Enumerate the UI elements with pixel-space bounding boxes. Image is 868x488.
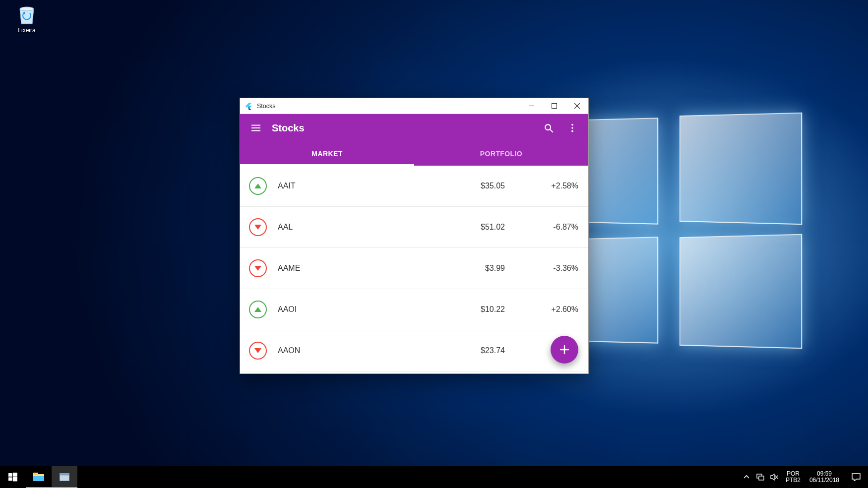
svg-rect-15	[13, 477, 17, 482]
svg-rect-12	[8, 473, 12, 477]
stock-change: +2.60%	[505, 305, 579, 314]
trend-down-icon	[249, 259, 267, 277]
stock-price: $3.99	[367, 264, 505, 273]
stock-change: +2.58%	[505, 182, 579, 190]
desktop-icon-recycle-bin[interactable]: Lixeira	[8, 4, 46, 34]
trend-up-icon	[249, 301, 267, 318]
window-title: Stocks	[257, 103, 276, 110]
app-window-icon	[60, 473, 69, 481]
svg-point-11	[571, 130, 573, 132]
window-close-button[interactable]	[565, 98, 588, 114]
stock-symbol: AAL	[278, 223, 367, 232]
notification-icon	[852, 473, 861, 481]
svg-rect-6	[552, 104, 557, 109]
app-bar: Stocks MARKET PORTFOLIO	[240, 114, 588, 166]
volume-muted-icon	[770, 474, 778, 481]
window-titlebar[interactable]: Stocks	[240, 98, 588, 114]
hamburger-icon	[250, 122, 261, 133]
svg-rect-14	[8, 478, 12, 481]
clock-date: 06/11/2018	[809, 477, 839, 484]
fab-add-button[interactable]	[551, 336, 578, 364]
stock-price: $35.05	[367, 182, 505, 190]
stock-change: -3.36%	[505, 264, 579, 273]
network-icon	[756, 474, 764, 481]
stock-symbol: AAOI	[278, 305, 367, 314]
stock-symbol: AAON	[278, 346, 367, 355]
svg-point-9	[571, 124, 573, 126]
menu-button[interactable]	[244, 116, 268, 140]
svg-rect-13	[13, 473, 17, 477]
trend-down-icon	[249, 342, 267, 360]
stock-price: $51.02	[367, 223, 505, 232]
language-indicator[interactable]: POR PTB2	[782, 466, 805, 488]
recycle-bin-icon	[17, 4, 37, 25]
system-tray	[738, 466, 782, 488]
stock-row[interactable]: AAON $23.74	[240, 330, 588, 371]
tab-portfolio[interactable]: PORTFOLIO	[414, 142, 588, 166]
stock-list[interactable]: AAIT $35.05 +2.58% AAL $51.02 -6.87% AAM…	[240, 166, 588, 373]
stock-row[interactable]: AAIT $35.05 +2.58%	[240, 166, 588, 207]
stock-symbol: AAIT	[278, 182, 367, 190]
trend-down-icon	[249, 218, 267, 236]
start-button[interactable]	[0, 466, 26, 488]
tray-volume-button[interactable]	[770, 473, 779, 482]
tab-label: MARKET	[311, 150, 342, 158]
svg-point-0	[20, 7, 34, 11]
app-title: Stocks	[272, 122, 305, 134]
stock-price: $23.74	[367, 346, 505, 355]
action-center-button[interactable]	[844, 466, 868, 488]
stock-symbol: AAME	[278, 264, 367, 273]
taskbar-app-stocks[interactable]	[52, 466, 77, 488]
windows-desktop: Lixeira Stocks	[0, 0, 868, 488]
svg-rect-20	[60, 474, 69, 476]
svg-rect-5	[529, 106, 534, 106]
tab-label: PORTFOLIO	[480, 150, 522, 158]
taskbar-app-file-explorer[interactable]	[26, 466, 52, 488]
chevron-up-icon	[744, 474, 749, 480]
window-maximize-button[interactable]	[543, 98, 565, 114]
taskbar: POR PTB2 09:59 06/11/2018	[0, 466, 868, 488]
stock-row[interactable]: AAL $51.02 -6.87%	[240, 207, 588, 248]
file-explorer-icon	[33, 473, 44, 482]
stock-row[interactable]: AAOI $10.22 +2.60%	[240, 289, 588, 330]
window-minimize-button[interactable]	[520, 98, 543, 114]
language-line2: PTB2	[786, 477, 801, 484]
svg-rect-17	[33, 473, 38, 475]
plus-icon	[558, 344, 570, 356]
svg-line-8	[550, 129, 553, 132]
trend-up-icon	[249, 177, 267, 195]
svg-point-10	[571, 127, 573, 129]
tab-bar: MARKET PORTFOLIO	[240, 142, 588, 166]
flutter-icon	[243, 101, 254, 112]
tab-market[interactable]: MARKET	[240, 142, 414, 166]
tray-network-button[interactable]	[756, 473, 765, 482]
stock-row[interactable]: AAME $3.99 -3.36%	[240, 248, 588, 289]
windows-logo-icon	[8, 473, 17, 482]
more-vertical-icon	[567, 122, 578, 133]
svg-rect-22	[759, 476, 764, 480]
stock-price: $10.22	[367, 305, 505, 314]
search-button[interactable]	[537, 116, 560, 140]
desktop-icon-label: Lixeira	[8, 27, 46, 34]
search-icon	[543, 122, 554, 133]
app-window-stocks: Stocks Stocks	[240, 98, 589, 374]
svg-rect-18	[33, 476, 44, 481]
stock-change: -6.87%	[505, 223, 579, 232]
more-options-button[interactable]	[560, 116, 584, 140]
clock[interactable]: 09:59 06/11/2018	[805, 466, 844, 488]
svg-marker-23	[771, 474, 774, 480]
tray-overflow-button[interactable]	[742, 473, 751, 482]
